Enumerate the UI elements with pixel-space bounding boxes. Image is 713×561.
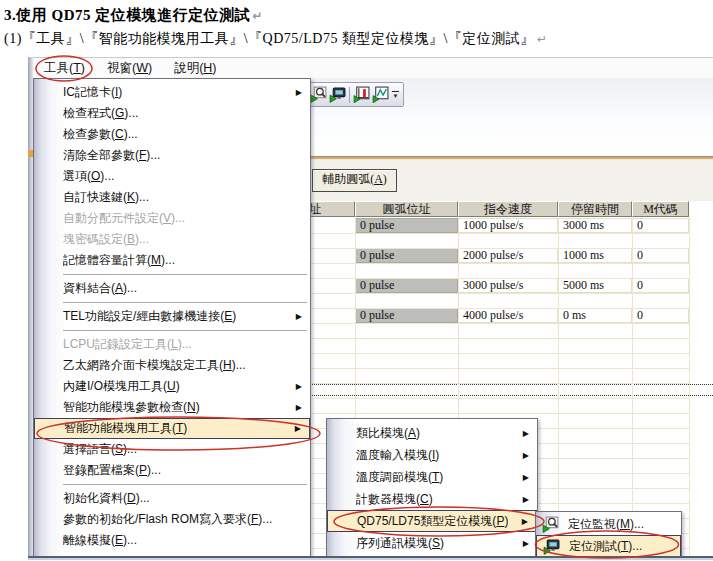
submenu-arrow-icon: ▶ [517,489,529,510]
menu-item-intelligent-module-tool[interactable]: 智能功能模塊用工具(T)▶ [34,418,310,439]
menu-separator [63,330,307,331]
table-cell-arc-address[interactable]: 0 pulse [355,308,458,323]
menu-item-options[interactable]: 選項(O)... [34,166,310,187]
table-gridline-v [558,217,559,556]
menu-item-offline-simulation[interactable]: 離線模擬(E)... [34,530,310,551]
menu-bar: 工具(T) 視窗(W) 說明(H) [33,57,713,79]
toolbar-options-bar [392,91,399,92]
menubar-item-help[interactable]: 說明(H) [163,58,227,79]
chevron-down-icon: ▼ [393,94,399,98]
positioning-submenu: 定位監視(M)... 定位測試(T)... [535,511,682,557]
menu-separator [63,484,307,485]
table-cell-dwell-time[interactable]: 5000 ms [558,278,632,293]
menu-item-tel-function[interactable]: TEL功能設定/經由數據機連接(E)▶ [34,306,310,327]
table-header-m-code: M代碼 [632,201,689,217]
submenu-arrow-icon: ▶ [517,533,529,554]
submenu-arrow-icon: ▶ [517,423,529,444]
doc-subheading: (1)『工具』\『智能功能模塊用工具』\『QD75/LD75 類型定位模塊』\『… [4,30,547,48]
table-cell-m-code[interactable]: 0 [632,308,689,323]
table-cell-command-speed[interactable]: 4000 pulse/s [458,308,558,323]
positioning-monitor-icon [310,86,327,103]
table-cell-command-speed[interactable]: 1000 pulse/s [458,218,558,233]
wave-trace-icon [353,86,370,103]
menu-item-analog-module[interactable]: 類比模塊(A)▶ [327,422,537,444]
menu-item-check-program[interactable]: 檢查程式(G)... [34,103,310,124]
doc-heading-text: 3.使用 QD75 定位模塊進行定位測試 [4,7,250,23]
submenu-arrow-icon: ▶ [517,445,529,466]
sampling-trace-toolbar-button[interactable] [371,85,390,104]
sampling-trace-icon [372,86,389,103]
menu-separator [63,274,307,275]
table-cell-arc-address[interactable]: 0 pulse [355,218,458,233]
menu-item-select-language[interactable]: 選擇語言(S)... [34,439,310,460]
menubar-item-tools[interactable]: 工具(T) [33,58,96,79]
table-cell-m-code[interactable]: 0 [632,218,689,233]
menubar-item-window[interactable]: 視窗(W) [96,58,163,79]
menu-item-param-init-flash-rom[interactable]: 參數的初始化/Flash ROM寫入要求(F)... [34,509,310,530]
submenu-arrow-icon: ▶ [517,467,529,488]
menu-item-temp-input-module[interactable]: 溫度輸入模塊(I)▶ [327,444,537,466]
table-cell-dwell-time[interactable]: 1000 ms [558,248,632,263]
menu-item-ic-memory-card[interactable]: IC記憶卡(I)▶ [34,82,310,103]
menu-item-intelligent-module-param-check[interactable]: 智能功能模塊參數檢查(N)▶ [34,397,310,418]
submenu-arrow-icon: ▶ [290,376,302,397]
doc-subheading-text: (1)『工具』\『智能功能模塊用工具』\『QD75/LD75 類型定位模塊』\『… [4,31,535,46]
submenu-arrow-icon: ▶ [290,306,302,327]
positioning-test-toolbar-button[interactable] [328,85,347,104]
menu-item-check-parameter[interactable]: 檢查參數(C)... [34,124,310,145]
table-cell-dwell-time[interactable]: 0 ms [558,308,632,323]
table-cell-command-speed[interactable]: 3000 pulse/s [458,278,558,293]
return-mark-icon: ↵ [252,9,263,23]
menu-item-ethernet-adapter-tool[interactable]: 乙太網路介面卡模塊設定工具(H)... [34,355,310,376]
wave-trace-toolbar-button[interactable] [352,85,371,104]
table-gridline-v [689,217,690,556]
table-cell-arc-address[interactable]: 0 pulse [355,248,458,263]
tools-dropdown-menu: IC記憶卡(I)▶ 檢查程式(G)... 檢查參數(C)... 清除全部參數(F… [33,78,311,557]
menu-item-counter-module[interactable]: 計數器模塊(C)▶ [327,488,537,510]
toolbar-separator [349,87,350,103]
module-type-submenu: 類比模塊(A)▶ 溫度輸入模塊(I)▶ 溫度調節模塊(T)▶ 計數器模塊(C)▶… [326,418,538,557]
positioning-test-icon [543,538,560,555]
positioning-toolbar: ▼ [306,82,404,107]
table-cell-arc-address[interactable]: 0 pulse [355,278,458,293]
table-gridline-v [632,217,633,556]
menu-item-temp-control-module[interactable]: 溫度調節模塊(T)▶ [327,466,537,488]
menu-item-positioning-test[interactable]: 定位測試(T)... [536,535,681,557]
menu-item-initialize-data[interactable]: 初始化資料(D)... [34,488,310,509]
submenu-arrow-icon: ▶ [290,82,302,103]
menu-item-serial-comm-module[interactable]: 序列通訊模塊(S)▶ [327,532,537,554]
positioning-monitor-toolbar-button[interactable] [309,85,328,104]
return-mark-icon: ↵ [537,32,548,46]
toolbar-options-button[interactable]: ▼ [390,85,401,104]
positioning-test-icon [329,86,346,103]
menu-item-qd75-ld75-positioning-module[interactable]: QD75/LD75類型定位模塊(P)▶ [327,510,537,532]
table-header-arc-address: 圓弧位址 [355,201,458,217]
menu-item-clear-all-parameters[interactable]: 清除全部參數(F)... [34,145,310,166]
table-cell-m-code[interactable]: 0 [632,248,689,263]
menu-item-auto-device-assign: 自動分配元件設定(V)... [34,208,310,229]
menu-item-positioning-monitor[interactable]: 定位監視(M)... [536,513,681,535]
submenu-arrow-icon: ▶ [289,418,301,439]
window-bottom-edge [28,556,713,561]
screenshot-root: 3.使用 QD75 定位模塊進行定位測試↵ (1)『工具』\『智能功能模塊用工具… [0,0,713,561]
menu-item-data-combine[interactable]: 資料結合(A)... [34,278,310,299]
menu-item-builtin-io-tool[interactable]: 內建I/O模塊用工具(U)▶ [34,376,310,397]
table-header-dwell-time: 停留時間 [558,201,632,217]
menu-item-register-profile[interactable]: 登錄配置檔案(P)... [34,460,310,481]
submenu-arrow-icon: ▶ [290,397,302,418]
submenu-arrow-icon: ▶ [516,511,528,532]
table-header-command-speed: 指令速度 [458,201,558,217]
menu-item-customize-keys[interactable]: 自訂快速鍵(K)... [34,187,310,208]
menu-item-memory-capacity-calc[interactable]: 記憶體容量計算(M)... [34,250,310,271]
aux-arc-button[interactable]: 輔助圓弧(A) [312,169,397,192]
menu-separator [63,302,307,303]
doc-heading: 3.使用 QD75 定位模塊進行定位測試↵ [4,6,263,25]
table-cell-m-code[interactable]: 0 [632,278,689,293]
menu-item-block-password: 塊密碼設定(B)... [34,229,310,250]
table-cell-dwell-time[interactable]: 3000 ms [558,218,632,233]
menu-item-lcpu-logging-tool: LCPU記錄設定工具(L)... [34,334,310,355]
table-cell-command-speed[interactable]: 2000 pulse/s [458,248,558,263]
positioning-monitor-icon [542,516,559,533]
